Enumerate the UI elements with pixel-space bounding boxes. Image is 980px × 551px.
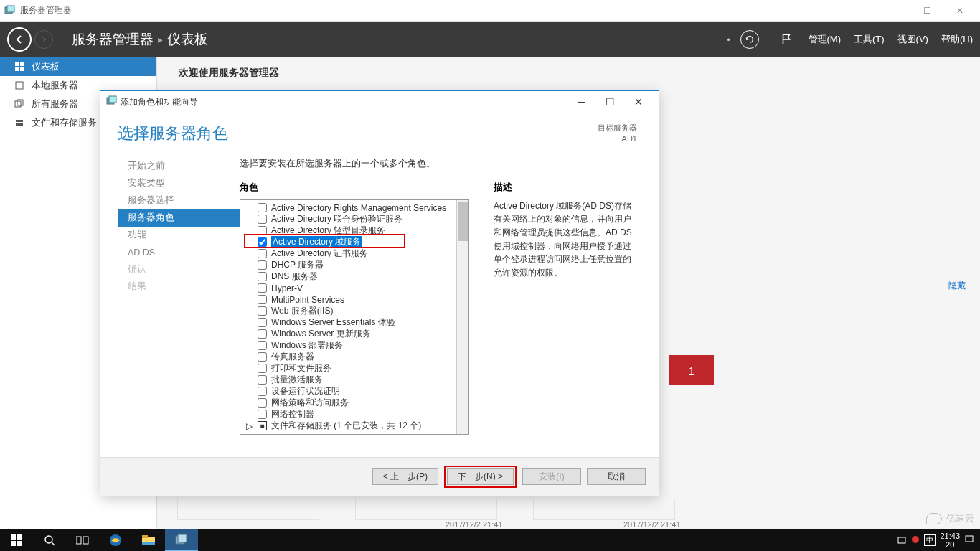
role-checkbox[interactable]	[258, 398, 267, 408]
role-item[interactable]: Active Directory Rights Management Servi…	[240, 202, 468, 214]
role-item[interactable]: DNS 服务器	[240, 271, 468, 283]
role-item[interactable]: MultiPoint Services	[240, 294, 468, 306]
role-item[interactable]: Active Directory 域服务	[240, 237, 468, 248]
dropdown-bullet[interactable]: •	[727, 34, 732, 45]
role-item[interactable]: Windows Server 更新服务	[240, 329, 468, 340]
wizard-step[interactable]: 服务器选择	[118, 192, 240, 209]
role-checkbox[interactable]	[258, 283, 267, 293]
role-label: 批量激活服务	[271, 374, 323, 386]
nav-dashboard[interactable]: 仪表板	[0, 57, 156, 76]
next-button[interactable]: 下一步(N) >	[447, 468, 514, 485]
role-checkbox[interactable]	[258, 329, 267, 339]
hide-link[interactable]: 隐藏	[948, 280, 966, 292]
tray-ime-icon[interactable]: 中	[924, 534, 936, 546]
svg-rect-7	[15, 101, 21, 107]
flag-icon[interactable]	[774, 27, 798, 52]
roles-listbox[interactable]: Active Directory Rights Management Servi…	[240, 199, 469, 435]
role-item[interactable]: DHCP 服务器	[240, 260, 468, 271]
taskbar-clock[interactable]: 21:43 20	[940, 532, 960, 549]
role-checkbox[interactable]	[258, 203, 267, 212]
role-item[interactable]: 批量激活服务	[240, 375, 468, 386]
menu-manage[interactable]: 管理(M)	[809, 33, 842, 46]
install-button: 安装(I)	[522, 468, 581, 485]
svg-rect-3	[20, 62, 24, 66]
role-item[interactable]: Hyper-V	[240, 283, 468, 294]
cancel-button[interactable]: 取消	[587, 468, 646, 485]
search-button[interactable]	[33, 529, 66, 551]
role-item[interactable]: Web 服务器(IIS)	[240, 306, 468, 317]
menu-view[interactable]: 视图(V)	[897, 33, 928, 46]
taskbar-server-manager[interactable]	[165, 529, 198, 551]
notification-tile[interactable]: 1	[669, 355, 714, 385]
forward-button[interactable]	[34, 30, 53, 49]
minimize-button[interactable]: ─	[879, 0, 911, 21]
breadcrumb-root[interactable]: 服务器管理器	[72, 30, 154, 49]
role-item[interactable]: Active Directory 轻型目录服务	[240, 225, 468, 237]
taskbar-explorer[interactable]	[132, 529, 165, 551]
role-checkbox[interactable]	[258, 226, 267, 235]
role-item[interactable]: Active Directory 联合身份验证服务	[240, 214, 468, 225]
role-checkbox[interactable]	[258, 410, 267, 419]
role-checkbox[interactable]	[258, 249, 267, 258]
role-checkbox[interactable]	[258, 318, 267, 327]
scrollbar[interactable]	[456, 200, 468, 434]
role-checkbox[interactable]	[258, 260, 267, 270]
role-item[interactable]: 传真服务器	[240, 352, 468, 363]
role-item[interactable]: ▷■文件和存储服务 (1 个已安装，共 12 个)	[240, 420, 468, 432]
menu-help[interactable]: 帮助(H)	[941, 33, 973, 46]
wizard-step[interactable]: 服务器角色	[118, 209, 240, 227]
maximize-button[interactable]: ☐	[911, 0, 943, 21]
role-checkbox[interactable]	[258, 237, 267, 247]
wizard-step: 结果	[118, 278, 240, 296]
close-button[interactable]: ✕	[943, 0, 976, 21]
timestamp-1: 2017/12/2 21:41	[446, 520, 503, 529]
tray-notifications-icon[interactable]	[964, 534, 974, 546]
role-label: 网络策略和访问服务	[271, 397, 349, 409]
tray-volume-icon[interactable]	[911, 535, 920, 545]
role-checkbox[interactable]	[258, 215, 267, 224]
checkbox-partial[interactable]: ■	[258, 421, 267, 430]
wizard-step[interactable]: 开始之前	[118, 158, 240, 175]
wizard-maximize-button[interactable]: ☐	[595, 92, 624, 112]
svg-rect-15	[11, 541, 16, 546]
wizard-heading: 选择服务器角色	[118, 123, 598, 144]
role-label: DNS 服务器	[271, 270, 318, 283]
svg-rect-16	[17, 541, 22, 546]
role-label: 传真服务器	[271, 351, 314, 363]
role-label: Active Directory 证书服务	[271, 248, 368, 260]
taskview-button[interactable]	[66, 529, 99, 551]
role-checkbox[interactable]	[258, 387, 267, 396]
role-checkbox[interactable]	[258, 364, 267, 373]
role-checkbox[interactable]	[258, 272, 267, 281]
wizard-footer: < 上一步(P) 下一步(N) > 安装(I) 取消	[100, 457, 659, 496]
role-checkbox[interactable]	[258, 306, 267, 316]
role-item[interactable]: 打印和文件服务	[240, 363, 468, 375]
tile-column-1	[177, 499, 319, 520]
role-checkbox[interactable]	[258, 295, 267, 304]
role-checkbox[interactable]	[258, 352, 267, 362]
refresh-button[interactable]	[738, 27, 762, 52]
svg-rect-24	[142, 542, 155, 545]
wizard-minimize-button[interactable]: ─	[567, 92, 595, 112]
role-checkbox[interactable]	[258, 375, 267, 385]
menu-tools[interactable]: 工具(T)	[854, 33, 885, 46]
role-checkbox[interactable]	[258, 341, 267, 350]
wizard-icon	[106, 95, 118, 109]
prev-button[interactable]: < 上一步(P)	[372, 468, 438, 485]
wizard-step[interactable]: 安装类型	[118, 175, 240, 192]
tray-network-icon[interactable]	[897, 534, 907, 546]
back-button[interactable]	[7, 27, 32, 52]
servers-icon	[14, 99, 24, 109]
role-label: Active Directory 域服务	[271, 236, 362, 248]
wizard-close-button[interactable]: ✕	[624, 92, 653, 112]
target-server-info: 目标服务器 AD1	[598, 123, 637, 145]
taskbar-ie[interactable]	[99, 529, 132, 551]
role-item[interactable]: 网络控制器	[240, 409, 468, 420]
scrollbar-thumb[interactable]	[458, 202, 468, 241]
role-item[interactable]: Windows Server Essentials 体验	[240, 317, 468, 329]
role-item[interactable]: Active Directory 证书服务	[240, 248, 468, 260]
role-item[interactable]: Windows 部署服务	[240, 340, 468, 352]
start-button[interactable]	[0, 529, 33, 551]
role-item[interactable]: 设备运行状况证明	[240, 386, 468, 397]
role-item[interactable]: 网络策略和访问服务	[240, 397, 468, 409]
